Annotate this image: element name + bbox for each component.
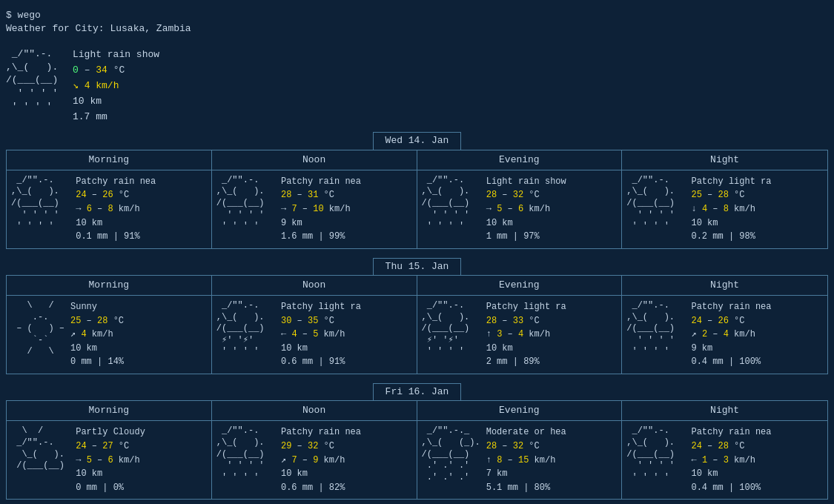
period-header-2-3: Night xyxy=(622,401,827,420)
cell-wind-1-0: ↗ 4 km/h xyxy=(70,328,124,342)
cell-desc-1-1: Patchy light ra xyxy=(281,300,361,314)
cell-wind-2-0: → 5 – 6 km/h xyxy=(76,454,145,468)
cell-data-1-2: Patchy light ra 28 – 33 °C ↑ 3 – 4 km/h … xyxy=(486,300,566,369)
period-header-0-0: Morning xyxy=(7,150,212,170)
cell-desc-2-3: Patchy rain nea xyxy=(691,425,771,440)
cell-desc-0-2: Light rain show xyxy=(486,175,566,189)
cell-vis-2-1: 10 km xyxy=(281,467,361,481)
cell-desc-2-2: Moderate or hea xyxy=(486,425,566,440)
current-weather: _/"".-. ,\_( ). /(___(__) ' ' ' ' ' ' ' … xyxy=(6,43,828,132)
period-header-0-1: Noon xyxy=(212,150,417,170)
period-cell-0-2: _/"".-. ,\_( ). /(___(__) ' ' ' ' ' ' ' … xyxy=(417,170,623,248)
cell-data-0-1: Patchy rain nea 28 – 31 °C → 7 – 10 km/h… xyxy=(281,175,361,244)
cmd-line: $ wego xyxy=(6,9,828,22)
cell-temp-1-2: 28 – 33 °C xyxy=(486,314,566,328)
cell-wind-1-2: ↑ 3 – 4 km/h xyxy=(486,328,566,342)
cell-precip-1-3: 0.4 mm | 100% xyxy=(691,355,771,369)
cell-temp-1-0: 25 – 28 °C xyxy=(70,314,124,328)
location-line: Weather for City: Lusaka, Zambia xyxy=(6,22,828,36)
cell-temp-1-1: 30 – 35 °C xyxy=(281,314,361,328)
cell-temp-0-0: 24 – 26 °C xyxy=(76,188,156,202)
cell-precip-2-2: 5.1 mm | 80% xyxy=(486,481,566,495)
cell-desc-0-1: Patchy rain nea xyxy=(281,175,361,189)
day-title-2: Fri 16. Jan xyxy=(373,383,462,401)
cell-desc-1-3: Patchy rain nea xyxy=(691,300,771,314)
cell-wind-0-0: → 6 – 8 km/h xyxy=(76,202,156,216)
day-section-1: Thu 15. JanMorningNoonEveningNight \ / .… xyxy=(6,258,828,374)
day-header-2: Fri 16. Jan xyxy=(6,383,828,400)
current-temp-low: 0 xyxy=(73,64,79,76)
period-cell-2-1: _/"".-. ,\_( ). /(___(__) ' ' ' ' ' ' ' … xyxy=(212,421,417,499)
day-title-0: Wed 14. Jan xyxy=(373,132,462,150)
periods-header-2: MorningNoonEveningNight xyxy=(6,400,828,421)
cell-data-2-2: Moderate or hea 28 – 32 °C ↑ 8 – 15 km/h… xyxy=(486,425,566,494)
cell-temp-0-1: 28 – 31 °C xyxy=(281,188,361,202)
cell-vis-1-0: 10 km xyxy=(70,342,124,356)
cell-precip-2-0: 0 mm | 0% xyxy=(76,481,145,495)
cell-data-2-0: Partly Cloudy 24 – 27 °C → 5 – 6 km/h 10… xyxy=(76,425,145,494)
cell-data-0-3: Patchy light ra 25 – 28 °C ↓ 4 – 8 km/h … xyxy=(691,175,771,244)
period-cell-2-3: _/"".-. ,\_( ). /(___(__) ' ' ' ' ' ' ' … xyxy=(622,421,827,499)
cell-vis-0-1: 9 km xyxy=(281,216,361,231)
cell-data-2-1: Patchy rain nea 29 – 32 °C ↗ 7 – 9 km/h … xyxy=(281,425,361,494)
cell-precip-0-1: 1.6 mm | 99% xyxy=(281,230,361,244)
cell-precip-2-3: 0.4 mm | 100% xyxy=(691,481,771,495)
cell-wind-1-3: ↗ 2 – 4 km/h xyxy=(691,328,771,342)
cell-temp-2-1: 29 – 32 °C xyxy=(281,440,361,454)
cell-precip-1-0: 0 mm | 14% xyxy=(70,355,124,369)
cell-precip-0-3: 0.2 mm | 98% xyxy=(691,230,771,244)
day-header-0: Wed 14. Jan xyxy=(6,132,828,149)
days-container: Wed 14. JanMorningNoonEveningNight _/"".… xyxy=(6,132,828,500)
cell-ascii-0-2: _/"".-. ,\_( ). /(___(__) ' ' ' ' ' ' ' … xyxy=(422,175,480,233)
current-ascii: _/"".-. ,\_( ). /(___(__) ' ' ' ' ' ' ' … xyxy=(6,47,64,113)
cell-temp-2-3: 24 – 28 °C xyxy=(691,440,771,454)
period-cell-1-0: \ / .-. – ( ) – `-` / \ Sunny 25 – 28 °C… xyxy=(7,296,212,374)
cell-ascii-1-1: _/"".-. ,\_( ). /(___(__) ⚡' '⚡' ' ' ' ' xyxy=(216,300,275,358)
cell-desc-0-0: Patchy rain nea xyxy=(76,175,156,189)
day-section-2: Fri 16. JanMorningNoonEveningNight \ / _… xyxy=(6,383,828,500)
cell-precip-1-2: 2 mm | 89% xyxy=(486,355,566,369)
cell-wind-2-1: ↗ 7 – 9 km/h xyxy=(281,454,361,468)
period-header-1-2: Evening xyxy=(417,276,623,295)
period-cell-1-2: _/"".-. ,\_( ). /(___(__) ⚡' '⚡' ' ' ' '… xyxy=(417,296,623,374)
cell-ascii-2-0: \ / _/"".-. \_( ). /(___(__) xyxy=(11,425,70,483)
period-header-1-0: Morning xyxy=(7,276,212,295)
cell-desc-2-0: Partly Cloudy xyxy=(76,425,145,440)
day-title-1: Thu 15. Jan xyxy=(373,258,462,276)
cell-data-1-3: Patchy rain nea 24 – 26 °C ↗ 2 – 4 km/h … xyxy=(691,300,771,369)
cell-ascii-2-2: _/"".-._ ,\_( (_). /(___(__) .' .' .' .'… xyxy=(422,425,480,483)
day-section-0: Wed 14. JanMorningNoonEveningNight _/"".… xyxy=(6,132,828,248)
cell-temp-0-3: 25 – 28 °C xyxy=(691,188,771,202)
current-vis: 10 km xyxy=(73,94,159,110)
cell-wind-0-2: → 5 – 6 km/h xyxy=(486,202,566,216)
cell-desc-0-3: Patchy light ra xyxy=(691,175,771,189)
cell-desc-2-1: Patchy rain nea xyxy=(281,425,361,440)
current-info: Light rain show 0 – 34 °C ↘ 4 km/h 10 km… xyxy=(73,47,159,125)
cell-ascii-1-3: _/"".-. ,\_( ). /(___(__) ' ' ' ' ' ' ' … xyxy=(626,300,685,358)
cell-vis-2-3: 10 km xyxy=(691,467,771,481)
period-cell-0-3: _/"".-. ,\_( ). /(___(__) ' ' ' ' ' ' ' … xyxy=(622,170,827,248)
periods-header-1: MorningNoonEveningNight xyxy=(6,275,828,296)
period-header-1-1: Noon xyxy=(212,276,417,295)
period-header-1-3: Night xyxy=(622,276,827,295)
period-cell-0-1: _/"".-. ,\_( ). /(___(__) ' ' ' ' ' ' ' … xyxy=(212,170,417,248)
cell-data-2-3: Patchy rain nea 24 – 28 °C ← 1 – 3 km/h … xyxy=(691,425,771,494)
cell-temp-2-2: 28 – 32 °C xyxy=(486,440,566,454)
cell-data-0-2: Light rain show 28 – 32 °C → 5 – 6 km/h … xyxy=(486,175,566,244)
periods-content-2: \ / _/"".-. \_( ). /(___(__) Partly Clou… xyxy=(6,421,828,500)
cell-ascii-0-3: _/"".-. ,\_( ). /(___(__) ' ' ' ' ' ' ' … xyxy=(626,175,685,233)
cell-temp-1-3: 24 – 26 °C xyxy=(691,314,771,328)
current-desc: Light rain show xyxy=(73,47,159,63)
cell-desc-1-0: Sunny xyxy=(70,300,124,314)
cell-data-1-0: Sunny 25 – 28 °C ↗ 4 km/h 10 km 0 mm | 1… xyxy=(70,300,124,369)
period-header-0-2: Evening xyxy=(417,150,623,170)
cell-ascii-2-1: _/"".-. ,\_( ). /(___(__) ' ' ' ' ' ' ' … xyxy=(216,425,275,483)
period-cell-2-2: _/"".-._ ,\_( (_). /(___(__) .' .' .' .'… xyxy=(417,421,623,499)
periods-content-0: _/"".-. ,\_( ). /(___(__) ' ' ' ' ' ' ' … xyxy=(6,170,828,249)
cell-vis-1-1: 10 km xyxy=(281,342,361,356)
cell-ascii-0-1: _/"".-. ,\_( ). /(___(__) ' ' ' ' ' ' ' … xyxy=(216,175,275,233)
cell-temp-0-2: 28 – 32 °C xyxy=(486,188,566,202)
period-header-2-0: Morning xyxy=(7,401,212,420)
cell-vis-0-2: 10 km xyxy=(486,216,566,231)
cell-data-0-0: Patchy rain nea 24 – 26 °C → 6 – 8 km/h … xyxy=(76,175,156,244)
